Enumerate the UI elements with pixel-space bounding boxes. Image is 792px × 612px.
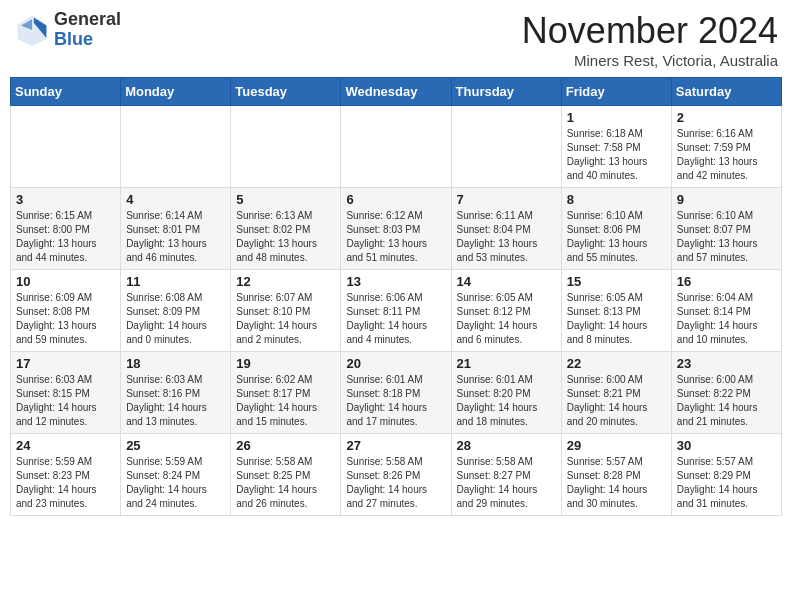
day-number: 5: [236, 192, 335, 207]
day-number: 28: [457, 438, 556, 453]
calendar-day-cell: 24Sunrise: 5:59 AM Sunset: 8:23 PM Dayli…: [11, 434, 121, 516]
day-number: 19: [236, 356, 335, 371]
logo-blue: Blue: [54, 30, 121, 50]
calendar-day-cell: 1Sunrise: 6:18 AM Sunset: 7:58 PM Daylig…: [561, 106, 671, 188]
day-number: 11: [126, 274, 225, 289]
calendar-week-row: 3Sunrise: 6:15 AM Sunset: 8:00 PM Daylig…: [11, 188, 782, 270]
logo: General Blue: [14, 10, 121, 50]
calendar-weekday-header: Saturday: [671, 78, 781, 106]
calendar-day-cell: 14Sunrise: 6:05 AM Sunset: 8:12 PM Dayli…: [451, 270, 561, 352]
calendar-day-cell: 28Sunrise: 5:58 AM Sunset: 8:27 PM Dayli…: [451, 434, 561, 516]
day-number: 4: [126, 192, 225, 207]
calendar-day-cell: 6Sunrise: 6:12 AM Sunset: 8:03 PM Daylig…: [341, 188, 451, 270]
day-info: Sunrise: 6:16 AM Sunset: 7:59 PM Dayligh…: [677, 127, 776, 183]
day-number: 3: [16, 192, 115, 207]
calendar-week-row: 10Sunrise: 6:09 AM Sunset: 8:08 PM Dayli…: [11, 270, 782, 352]
calendar-day-cell: [231, 106, 341, 188]
day-number: 24: [16, 438, 115, 453]
page-header: General Blue November 2024 Miners Rest, …: [10, 10, 782, 69]
day-info: Sunrise: 6:12 AM Sunset: 8:03 PM Dayligh…: [346, 209, 445, 265]
calendar-day-cell: 10Sunrise: 6:09 AM Sunset: 8:08 PM Dayli…: [11, 270, 121, 352]
calendar-table: SundayMondayTuesdayWednesdayThursdayFrid…: [10, 77, 782, 516]
day-number: 12: [236, 274, 335, 289]
day-number: 29: [567, 438, 666, 453]
day-info: Sunrise: 6:03 AM Sunset: 8:15 PM Dayligh…: [16, 373, 115, 429]
calendar-day-cell: 22Sunrise: 6:00 AM Sunset: 8:21 PM Dayli…: [561, 352, 671, 434]
day-number: 1: [567, 110, 666, 125]
day-info: Sunrise: 6:07 AM Sunset: 8:10 PM Dayligh…: [236, 291, 335, 347]
day-info: Sunrise: 6:02 AM Sunset: 8:17 PM Dayligh…: [236, 373, 335, 429]
calendar-day-cell: 15Sunrise: 6:05 AM Sunset: 8:13 PM Dayli…: [561, 270, 671, 352]
day-info: Sunrise: 6:10 AM Sunset: 8:06 PM Dayligh…: [567, 209, 666, 265]
day-info: Sunrise: 5:57 AM Sunset: 8:29 PM Dayligh…: [677, 455, 776, 511]
day-number: 14: [457, 274, 556, 289]
calendar-weekday-header: Sunday: [11, 78, 121, 106]
calendar-day-cell: 4Sunrise: 6:14 AM Sunset: 8:01 PM Daylig…: [121, 188, 231, 270]
day-number: 8: [567, 192, 666, 207]
day-number: 16: [677, 274, 776, 289]
day-info: Sunrise: 6:05 AM Sunset: 8:12 PM Dayligh…: [457, 291, 556, 347]
calendar-day-cell: 5Sunrise: 6:13 AM Sunset: 8:02 PM Daylig…: [231, 188, 341, 270]
day-number: 13: [346, 274, 445, 289]
day-info: Sunrise: 5:58 AM Sunset: 8:25 PM Dayligh…: [236, 455, 335, 511]
logo-icon: [14, 12, 50, 48]
day-info: Sunrise: 6:01 AM Sunset: 8:20 PM Dayligh…: [457, 373, 556, 429]
day-info: Sunrise: 6:10 AM Sunset: 8:07 PM Dayligh…: [677, 209, 776, 265]
day-info: Sunrise: 6:11 AM Sunset: 8:04 PM Dayligh…: [457, 209, 556, 265]
calendar-day-cell: 13Sunrise: 6:06 AM Sunset: 8:11 PM Dayli…: [341, 270, 451, 352]
day-number: 10: [16, 274, 115, 289]
calendar-week-row: 17Sunrise: 6:03 AM Sunset: 8:15 PM Dayli…: [11, 352, 782, 434]
logo-text: General Blue: [54, 10, 121, 50]
day-info: Sunrise: 6:05 AM Sunset: 8:13 PM Dayligh…: [567, 291, 666, 347]
calendar-weekday-header: Tuesday: [231, 78, 341, 106]
day-info: Sunrise: 6:00 AM Sunset: 8:22 PM Dayligh…: [677, 373, 776, 429]
day-info: Sunrise: 6:00 AM Sunset: 8:21 PM Dayligh…: [567, 373, 666, 429]
calendar-day-cell: 20Sunrise: 6:01 AM Sunset: 8:18 PM Dayli…: [341, 352, 451, 434]
calendar-day-cell: 12Sunrise: 6:07 AM Sunset: 8:10 PM Dayli…: [231, 270, 341, 352]
calendar-day-cell: [121, 106, 231, 188]
day-number: 23: [677, 356, 776, 371]
calendar-header-row: SundayMondayTuesdayWednesdayThursdayFrid…: [11, 78, 782, 106]
day-info: Sunrise: 6:04 AM Sunset: 8:14 PM Dayligh…: [677, 291, 776, 347]
calendar-day-cell: 29Sunrise: 5:57 AM Sunset: 8:28 PM Dayli…: [561, 434, 671, 516]
calendar-day-cell: 2Sunrise: 6:16 AM Sunset: 7:59 PM Daylig…: [671, 106, 781, 188]
calendar-title: November 2024: [522, 10, 778, 52]
calendar-week-row: 1Sunrise: 6:18 AM Sunset: 7:58 PM Daylig…: [11, 106, 782, 188]
calendar-day-cell: 11Sunrise: 6:08 AM Sunset: 8:09 PM Dayli…: [121, 270, 231, 352]
calendar-weekday-header: Wednesday: [341, 78, 451, 106]
day-number: 30: [677, 438, 776, 453]
day-number: 21: [457, 356, 556, 371]
calendar-day-cell: 18Sunrise: 6:03 AM Sunset: 8:16 PM Dayli…: [121, 352, 231, 434]
day-info: Sunrise: 6:18 AM Sunset: 7:58 PM Dayligh…: [567, 127, 666, 183]
day-number: 25: [126, 438, 225, 453]
day-number: 7: [457, 192, 556, 207]
calendar-day-cell: 26Sunrise: 5:58 AM Sunset: 8:25 PM Dayli…: [231, 434, 341, 516]
day-number: 26: [236, 438, 335, 453]
calendar-day-cell: 8Sunrise: 6:10 AM Sunset: 8:06 PM Daylig…: [561, 188, 671, 270]
title-block: November 2024 Miners Rest, Victoria, Aus…: [522, 10, 778, 69]
day-info: Sunrise: 6:14 AM Sunset: 8:01 PM Dayligh…: [126, 209, 225, 265]
day-info: Sunrise: 5:59 AM Sunset: 8:23 PM Dayligh…: [16, 455, 115, 511]
day-number: 17: [16, 356, 115, 371]
day-info: Sunrise: 6:09 AM Sunset: 8:08 PM Dayligh…: [16, 291, 115, 347]
calendar-day-cell: 19Sunrise: 6:02 AM Sunset: 8:17 PM Dayli…: [231, 352, 341, 434]
day-number: 27: [346, 438, 445, 453]
calendar-day-cell: 25Sunrise: 5:59 AM Sunset: 8:24 PM Dayli…: [121, 434, 231, 516]
day-info: Sunrise: 6:06 AM Sunset: 8:11 PM Dayligh…: [346, 291, 445, 347]
calendar-day-cell: 9Sunrise: 6:10 AM Sunset: 8:07 PM Daylig…: [671, 188, 781, 270]
day-info: Sunrise: 6:03 AM Sunset: 8:16 PM Dayligh…: [126, 373, 225, 429]
day-info: Sunrise: 5:59 AM Sunset: 8:24 PM Dayligh…: [126, 455, 225, 511]
day-number: 15: [567, 274, 666, 289]
calendar-weekday-header: Monday: [121, 78, 231, 106]
day-info: Sunrise: 6:08 AM Sunset: 8:09 PM Dayligh…: [126, 291, 225, 347]
day-info: Sunrise: 5:58 AM Sunset: 8:26 PM Dayligh…: [346, 455, 445, 511]
calendar-day-cell: [341, 106, 451, 188]
calendar-day-cell: 30Sunrise: 5:57 AM Sunset: 8:29 PM Dayli…: [671, 434, 781, 516]
calendar-weekday-header: Thursday: [451, 78, 561, 106]
calendar-weekday-header: Friday: [561, 78, 671, 106]
day-info: Sunrise: 6:15 AM Sunset: 8:00 PM Dayligh…: [16, 209, 115, 265]
day-number: 22: [567, 356, 666, 371]
calendar-day-cell: 27Sunrise: 5:58 AM Sunset: 8:26 PM Dayli…: [341, 434, 451, 516]
day-number: 2: [677, 110, 776, 125]
day-number: 18: [126, 356, 225, 371]
